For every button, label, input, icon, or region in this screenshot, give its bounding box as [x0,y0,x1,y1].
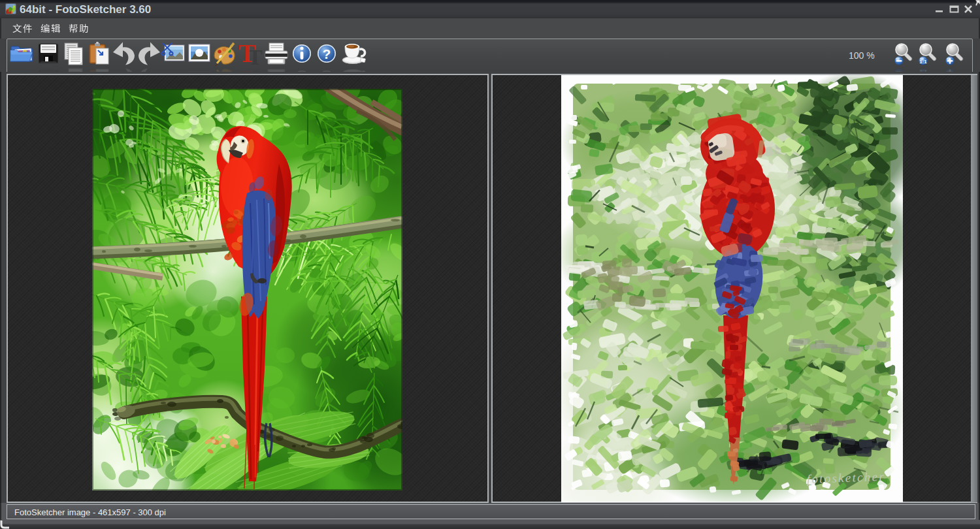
svg-text:T: T [238,39,256,68]
svg-text:1:1: 1:1 [919,59,927,65]
svg-text:?: ? [323,46,331,61]
